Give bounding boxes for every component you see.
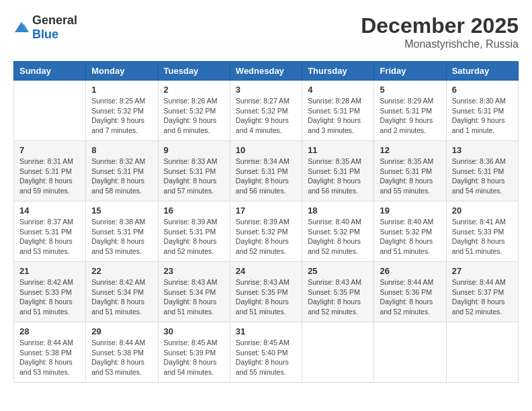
calendar-cell: 21Sunrise: 8:42 AM Sunset: 5:33 PM Dayli… xyxy=(14,262,86,322)
weekday-header-friday: Friday xyxy=(374,62,446,81)
logo-icon xyxy=(13,21,30,34)
calendar-cell: 17Sunrise: 8:39 AM Sunset: 5:32 PM Dayli… xyxy=(230,201,302,262)
calendar-cell: 22Sunrise: 8:42 AM Sunset: 5:34 PM Dayli… xyxy=(86,262,158,322)
day-number: 28 xyxy=(19,326,80,336)
week-row-4: 21Sunrise: 8:42 AM Sunset: 5:33 PM Dayli… xyxy=(14,262,519,322)
day-info: Sunrise: 8:32 AM Sunset: 5:31 PM Dayligh… xyxy=(91,156,152,196)
day-info: Sunrise: 8:30 AM Sunset: 5:31 PM Dayligh… xyxy=(452,96,513,136)
day-number: 18 xyxy=(308,205,368,216)
day-number: 19 xyxy=(380,205,440,216)
calendar-cell: 28Sunrise: 8:44 AM Sunset: 5:38 PM Dayli… xyxy=(14,322,86,383)
calendar-cell: 1Sunrise: 8:25 AM Sunset: 5:32 PM Daylig… xyxy=(86,81,158,141)
day-number: 3 xyxy=(236,85,296,95)
day-info: Sunrise: 8:43 AM Sunset: 5:35 PM Dayligh… xyxy=(236,277,296,317)
calendar-cell: 16Sunrise: 8:39 AM Sunset: 5:31 PM Dayli… xyxy=(158,201,230,262)
calendar-cell xyxy=(14,81,86,141)
day-number: 21 xyxy=(19,266,80,276)
weekday-header-sunday: Sunday xyxy=(14,62,86,81)
day-info: Sunrise: 8:40 AM Sunset: 5:32 PM Dayligh… xyxy=(308,217,368,257)
day-number: 8 xyxy=(91,145,152,155)
day-info: Sunrise: 8:44 AM Sunset: 5:36 PM Dayligh… xyxy=(380,277,440,317)
day-number: 31 xyxy=(236,326,296,336)
calendar-cell: 29Sunrise: 8:44 AM Sunset: 5:38 PM Dayli… xyxy=(86,322,158,383)
day-info: Sunrise: 8:26 AM Sunset: 5:32 PM Dayligh… xyxy=(164,96,224,136)
calendar-cell: 9Sunrise: 8:33 AM Sunset: 5:31 PM Daylig… xyxy=(158,141,230,201)
day-number: 22 xyxy=(91,266,152,276)
day-info: Sunrise: 8:35 AM Sunset: 5:31 PM Dayligh… xyxy=(308,156,368,196)
day-number: 5 xyxy=(380,85,440,95)
weekday-row: SundayMondayTuesdayWednesdayThursdayFrid… xyxy=(14,62,519,81)
day-info: Sunrise: 8:37 AM Sunset: 5:31 PM Dayligh… xyxy=(19,217,80,257)
day-number: 1 xyxy=(91,85,152,95)
day-number: 13 xyxy=(452,145,513,155)
week-row-5: 28Sunrise: 8:44 AM Sunset: 5:38 PM Dayli… xyxy=(14,322,519,383)
day-info: Sunrise: 8:39 AM Sunset: 5:32 PM Dayligh… xyxy=(236,217,296,257)
day-info: Sunrise: 8:42 AM Sunset: 5:33 PM Dayligh… xyxy=(19,277,80,317)
day-info: Sunrise: 8:43 AM Sunset: 5:35 PM Dayligh… xyxy=(308,277,368,317)
calendar-cell: 7Sunrise: 8:31 AM Sunset: 5:31 PM Daylig… xyxy=(14,141,86,201)
day-number: 24 xyxy=(236,266,296,276)
calendar-cell: 27Sunrise: 8:44 AM Sunset: 5:37 PM Dayli… xyxy=(446,262,518,322)
calendar-cell: 8Sunrise: 8:32 AM Sunset: 5:31 PM Daylig… xyxy=(86,141,158,201)
calendar-header: SundayMondayTuesdayWednesdayThursdayFrid… xyxy=(14,62,519,81)
day-number: 16 xyxy=(164,205,224,216)
calendar-cell: 30Sunrise: 8:45 AM Sunset: 5:39 PM Dayli… xyxy=(158,322,230,383)
day-number: 11 xyxy=(308,145,368,155)
day-info: Sunrise: 8:44 AM Sunset: 5:37 PM Dayligh… xyxy=(452,277,513,317)
day-number: 6 xyxy=(452,85,513,95)
day-info: Sunrise: 8:28 AM Sunset: 5:31 PM Dayligh… xyxy=(308,96,368,136)
weekday-header-monday: Monday xyxy=(86,62,158,81)
calendar-cell: 31Sunrise: 8:45 AM Sunset: 5:40 PM Dayli… xyxy=(230,322,302,383)
day-number: 15 xyxy=(91,205,152,216)
calendar-cell: 14Sunrise: 8:37 AM Sunset: 5:31 PM Dayli… xyxy=(14,201,86,262)
calendar-cell: 3Sunrise: 8:27 AM Sunset: 5:32 PM Daylig… xyxy=(230,81,302,141)
calendar-cell: 20Sunrise: 8:41 AM Sunset: 5:33 PM Dayli… xyxy=(446,201,518,262)
calendar-cell xyxy=(374,322,446,383)
week-row-2: 7Sunrise: 8:31 AM Sunset: 5:31 PM Daylig… xyxy=(14,141,519,201)
day-info: Sunrise: 8:39 AM Sunset: 5:31 PM Dayligh… xyxy=(164,217,224,257)
day-number: 2 xyxy=(164,85,224,95)
calendar-cell xyxy=(446,322,518,383)
day-number: 27 xyxy=(452,266,513,276)
calendar-cell: 15Sunrise: 8:38 AM Sunset: 5:31 PM Dayli… xyxy=(86,201,158,262)
day-number: 30 xyxy=(164,326,224,336)
day-info: Sunrise: 8:33 AM Sunset: 5:31 PM Dayligh… xyxy=(164,156,224,196)
day-info: Sunrise: 8:27 AM Sunset: 5:32 PM Dayligh… xyxy=(236,96,296,136)
title-area: December 2025 Monastyrishche, Russia xyxy=(361,13,519,50)
calendar-table: SundayMondayTuesdayWednesdayThursdayFrid… xyxy=(13,61,519,383)
calendar-cell: 25Sunrise: 8:43 AM Sunset: 5:35 PM Dayli… xyxy=(302,262,374,322)
day-info: Sunrise: 8:40 AM Sunset: 5:32 PM Dayligh… xyxy=(380,217,440,257)
weekday-header-thursday: Thursday xyxy=(302,62,374,81)
day-info: Sunrise: 8:38 AM Sunset: 5:31 PM Dayligh… xyxy=(91,217,152,257)
week-row-1: 1Sunrise: 8:25 AM Sunset: 5:32 PM Daylig… xyxy=(14,81,519,141)
day-info: Sunrise: 8:44 AM Sunset: 5:38 PM Dayligh… xyxy=(19,338,80,377)
calendar-cell: 4Sunrise: 8:28 AM Sunset: 5:31 PM Daylig… xyxy=(302,81,374,141)
logo-general: General xyxy=(32,13,77,27)
day-info: Sunrise: 8:31 AM Sunset: 5:31 PM Dayligh… xyxy=(19,156,80,196)
weekday-header-saturday: Saturday xyxy=(446,62,518,81)
calendar-cell: 12Sunrise: 8:35 AM Sunset: 5:31 PM Dayli… xyxy=(374,141,446,201)
calendar-cell: 23Sunrise: 8:43 AM Sunset: 5:34 PM Dayli… xyxy=(158,262,230,322)
logo: General Blue xyxy=(13,13,77,42)
day-info: Sunrise: 8:45 AM Sunset: 5:40 PM Dayligh… xyxy=(236,338,296,377)
day-number: 25 xyxy=(308,266,368,276)
day-info: Sunrise: 8:43 AM Sunset: 5:34 PM Dayligh… xyxy=(164,277,224,317)
calendar-body: 1Sunrise: 8:25 AM Sunset: 5:32 PM Daylig… xyxy=(14,81,519,383)
day-number: 7 xyxy=(19,145,80,155)
weekday-header-tuesday: Tuesday xyxy=(158,62,230,81)
day-info: Sunrise: 8:41 AM Sunset: 5:33 PM Dayligh… xyxy=(452,217,513,257)
day-number: 4 xyxy=(308,85,368,95)
logo-blue: Blue xyxy=(32,28,58,41)
calendar-cell: 5Sunrise: 8:29 AM Sunset: 5:31 PM Daylig… xyxy=(374,81,446,141)
calendar-cell: 19Sunrise: 8:40 AM Sunset: 5:32 PM Dayli… xyxy=(374,201,446,262)
day-number: 17 xyxy=(236,205,296,216)
day-number: 10 xyxy=(236,145,296,155)
day-info: Sunrise: 8:35 AM Sunset: 5:31 PM Dayligh… xyxy=(380,156,440,196)
calendar-cell: 18Sunrise: 8:40 AM Sunset: 5:32 PM Dayli… xyxy=(302,201,374,262)
day-number: 26 xyxy=(380,266,440,276)
day-number: 12 xyxy=(380,145,440,155)
day-number: 20 xyxy=(452,205,513,216)
calendar-cell: 24Sunrise: 8:43 AM Sunset: 5:35 PM Dayli… xyxy=(230,262,302,322)
day-number: 9 xyxy=(164,145,224,155)
day-info: Sunrise: 8:44 AM Sunset: 5:38 PM Dayligh… xyxy=(91,338,152,377)
